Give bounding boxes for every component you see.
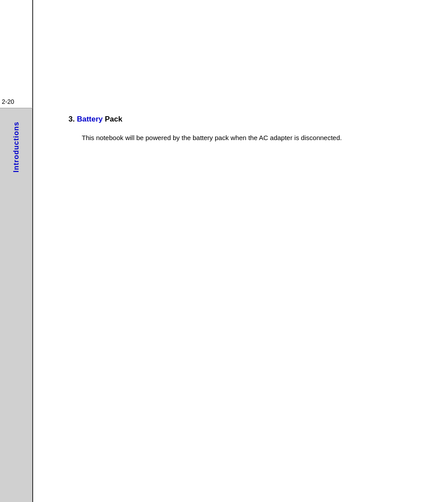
section-body-text: This notebook will be powered by the bat…	[82, 134, 342, 141]
page-number-area: 2-20	[0, 0, 33, 108]
section-title-blue: Battery	[77, 115, 103, 123]
section-title-black: Pack	[105, 115, 122, 123]
section-body: This notebook will be powered by the bat…	[68, 133, 430, 143]
page-number: 2-20	[2, 98, 14, 105]
left-sidebar: 2-20 Introductions	[0, 0, 33, 502]
section-number: 3.	[68, 115, 75, 123]
sidebar-tab-area: Introductions	[0, 108, 33, 502]
section-heading: 3. Battery Pack	[68, 115, 430, 124]
sidebar-tab-label: Introductions	[12, 122, 20, 172]
main-content: 3. Battery Pack This notebook will be po…	[33, 0, 448, 502]
